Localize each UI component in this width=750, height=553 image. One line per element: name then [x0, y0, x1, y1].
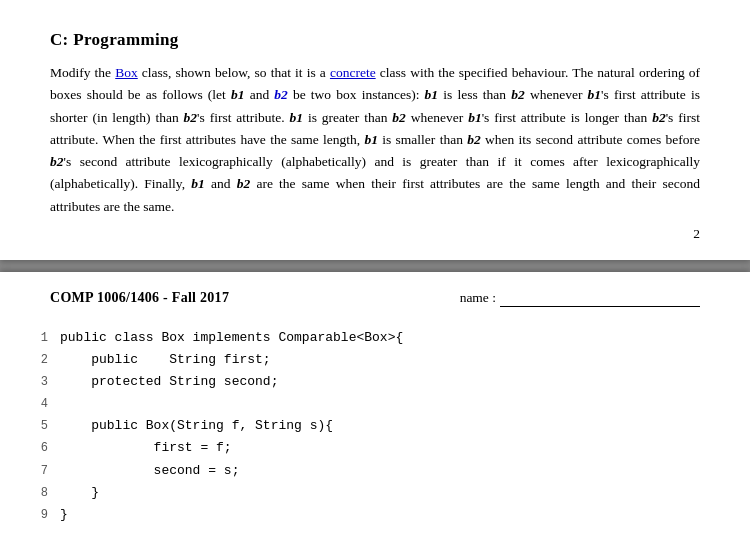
concrete-highlight: concrete: [330, 65, 376, 80]
code-area: 1 public class Box implements Comparable…: [0, 319, 750, 534]
page-divider: [0, 260, 750, 272]
name-underline-field[interactable]: [500, 290, 700, 307]
section-title: C: Programming: [50, 30, 700, 50]
name-label: name :: [460, 290, 496, 306]
code-line-5: 5 public Box(String f, String s){: [20, 415, 730, 437]
b2-ref2: b2: [511, 87, 525, 102]
code-line-7: 7 second = s;: [20, 460, 730, 482]
line-num-9: 9: [20, 505, 48, 525]
code-line-4: 4: [20, 393, 730, 415]
bottom-header: COMP 1006/1406 - Fall 2017 name :: [0, 272, 750, 319]
line-num-6: 6: [20, 438, 48, 458]
code-text-8: }: [60, 482, 99, 504]
code-line-6: 6 first = f;: [20, 437, 730, 459]
b1-ref: b1: [425, 87, 439, 102]
line-num-3: 3: [20, 372, 48, 392]
code-text-3: protected String second;: [60, 371, 278, 393]
code-line-2: 2 public String first;: [20, 349, 730, 371]
code-line-8: 8 }: [20, 482, 730, 504]
line-num-4: 4: [20, 394, 48, 414]
code-text-4: [60, 393, 68, 415]
line-num-1: 1: [20, 328, 48, 348]
code-line-1: 1 public class Box implements Comparable…: [20, 327, 730, 349]
line-num-2: 2: [20, 350, 48, 370]
course-title: COMP 1006/1406 - Fall 2017: [50, 290, 229, 306]
code-text-9: }: [60, 504, 68, 526]
box-highlight: Box: [115, 65, 138, 80]
code-line-3: 3 protected String second;: [20, 371, 730, 393]
b1-first: b1: [231, 87, 245, 102]
line-num-5: 5: [20, 416, 48, 436]
line-num-8: 8: [20, 483, 48, 503]
line-num-7: 7: [20, 461, 48, 481]
page-number: 2: [693, 226, 700, 242]
code-text-2: public String first;: [60, 349, 271, 371]
code-line-9: 9 }: [20, 504, 730, 526]
section-content: Modify the Box class, shown below, so th…: [50, 62, 700, 218]
code-text-5: public Box(String f, String s){: [60, 415, 333, 437]
bottom-page: COMP 1006/1406 - Fall 2017 name : 1 publ…: [0, 272, 750, 553]
top-page: C: Programming Modify the Box class, sho…: [0, 0, 750, 260]
code-text-7: second = s;: [60, 460, 239, 482]
code-text-1: public class Box implements Comparable<B…: [60, 327, 403, 349]
name-line: name :: [460, 290, 700, 307]
b2-first: b2: [274, 87, 288, 102]
code-text-6: first = f;: [60, 437, 232, 459]
